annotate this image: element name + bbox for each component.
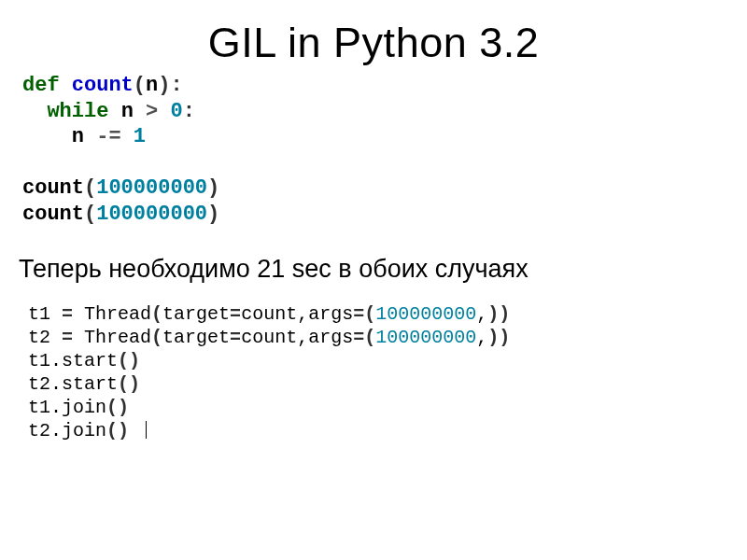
meth-start: start bbox=[62, 350, 118, 371]
paren-open: ( bbox=[364, 327, 375, 348]
slide: GIL in Python 3.2 def count(n): while n … bbox=[0, 0, 747, 560]
op-minuseq: -= bbox=[96, 125, 120, 148]
paren-open: ( bbox=[118, 373, 129, 395]
paren-open: ( bbox=[84, 203, 96, 226]
paren-close: ) bbox=[499, 303, 510, 325]
call-count: count bbox=[22, 203, 84, 226]
num-big: 100000000 bbox=[375, 327, 476, 348]
id-t1: t1 bbox=[28, 397, 50, 418]
paren-open: ( bbox=[151, 327, 162, 348]
id-t1: t1 bbox=[28, 350, 50, 371]
id-n: n bbox=[72, 125, 84, 148]
text-cursor-icon bbox=[146, 421, 147, 439]
paren-close: ) bbox=[207, 176, 219, 200]
function-name: count bbox=[72, 74, 134, 97]
id-count: count bbox=[241, 327, 297, 348]
paren-open: ( bbox=[151, 303, 162, 325]
code-block-sequential: def count(n): while n > 0: n -= 1 count(… bbox=[0, 73, 747, 227]
num-big: 100000000 bbox=[96, 176, 207, 200]
kw-args: args bbox=[308, 327, 353, 348]
paren-close: ) bbox=[207, 203, 219, 226]
op-eq: = bbox=[230, 327, 241, 348]
colon: : bbox=[183, 100, 195, 123]
paren-close: ) bbox=[487, 303, 499, 325]
call-count: count bbox=[22, 176, 84, 200]
paren-open: ( bbox=[118, 350, 129, 371]
meth-join: join bbox=[62, 397, 106, 418]
paren-open: ( bbox=[84, 176, 96, 200]
meth-start: start bbox=[62, 373, 118, 395]
num-zero: 0 bbox=[170, 100, 182, 123]
paren-close: ) bbox=[129, 350, 140, 371]
kw-target: target bbox=[162, 327, 230, 348]
id-thread: Thread bbox=[84, 303, 151, 325]
id-count: count bbox=[241, 303, 297, 325]
kw-args: args bbox=[308, 303, 353, 325]
meth-join: join bbox=[62, 420, 106, 441]
id-t2: t2 bbox=[28, 327, 50, 348]
id-t2: t2 bbox=[28, 420, 50, 441]
slide-title: GIL in Python 3.2 bbox=[0, 0, 747, 73]
caption-text: Теперь необходимо 21 sec в обоих случаях bbox=[0, 227, 747, 289]
paren-close: ) bbox=[487, 327, 499, 348]
id-t1: t1 bbox=[28, 303, 50, 325]
paren-close: ) bbox=[118, 420, 129, 441]
kw-target: target bbox=[162, 303, 230, 325]
id-t2: t2 bbox=[28, 373, 50, 395]
op-eq: = bbox=[353, 303, 364, 325]
num-big: 100000000 bbox=[375, 303, 476, 325]
id-n: n bbox=[121, 100, 134, 123]
colon: : bbox=[170, 74, 182, 97]
paren-open: ( bbox=[106, 397, 118, 418]
op-eq: = bbox=[62, 303, 73, 325]
op-eq: = bbox=[62, 327, 73, 348]
paren-close: ) bbox=[129, 373, 140, 395]
code-block-threaded: t1 = Thread(target=count,args=(100000000… bbox=[0, 289, 747, 442]
num-big: 100000000 bbox=[96, 203, 207, 226]
id-thread: Thread bbox=[84, 327, 151, 348]
paren-close: ) bbox=[158, 74, 170, 97]
op-eq: = bbox=[353, 327, 364, 348]
num-one: 1 bbox=[134, 125, 146, 148]
keyword-def: def bbox=[22, 74, 60, 97]
param-n: n bbox=[146, 74, 158, 97]
keyword-while: while bbox=[47, 100, 108, 123]
paren-open: ( bbox=[134, 74, 146, 97]
paren-open: ( bbox=[364, 303, 375, 325]
paren-close: ) bbox=[499, 327, 510, 348]
paren-open: ( bbox=[106, 420, 118, 441]
paren-close: ) bbox=[118, 397, 129, 418]
op-gt: > bbox=[146, 100, 158, 123]
op-eq: = bbox=[230, 303, 241, 325]
